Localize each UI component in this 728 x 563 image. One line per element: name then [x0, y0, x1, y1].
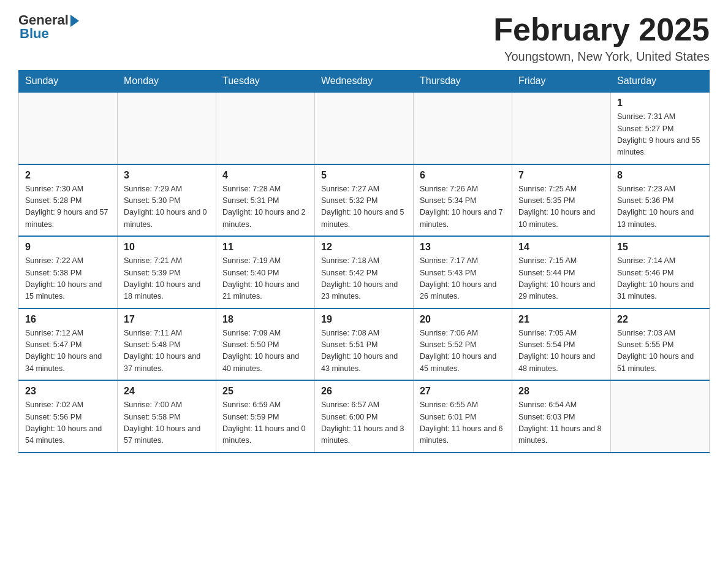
day-number: 27: [420, 386, 506, 397]
calendar-day-cell: [19, 92, 118, 164]
day-number: 26: [321, 386, 407, 397]
calendar-day-cell: [315, 92, 414, 164]
day-info: Sunrise: 6:54 AM Sunset: 6:03 PM Dayligh…: [518, 399, 604, 447]
day-info: Sunrise: 7:23 AM Sunset: 5:36 PM Dayligh…: [617, 183, 703, 231]
calendar-day-cell: 9Sunrise: 7:22 AM Sunset: 5:38 PM Daylig…: [19, 236, 118, 308]
day-of-week-header: Sunday: [19, 71, 118, 93]
day-info: Sunrise: 7:14 AM Sunset: 5:46 PM Dayligh…: [617, 255, 703, 303]
day-number: 16: [25, 314, 111, 325]
calendar-day-cell: 10Sunrise: 7:21 AM Sunset: 5:39 PM Dayli…: [118, 236, 216, 308]
month-title: February 2025: [493, 12, 710, 47]
day-of-week-header: Monday: [118, 71, 216, 93]
calendar-day-cell: 4Sunrise: 7:28 AM Sunset: 5:31 PM Daylig…: [216, 164, 315, 237]
day-number: 1: [617, 98, 703, 109]
day-number: 24: [124, 386, 210, 397]
day-info: Sunrise: 7:12 AM Sunset: 5:47 PM Dayligh…: [25, 327, 111, 375]
calendar-day-cell: 14Sunrise: 7:15 AM Sunset: 5:44 PM Dayli…: [512, 236, 611, 308]
day-info: Sunrise: 7:06 AM Sunset: 5:52 PM Dayligh…: [420, 327, 506, 375]
day-info: Sunrise: 7:03 AM Sunset: 5:55 PM Dayligh…: [617, 327, 703, 375]
day-number: 22: [617, 314, 703, 325]
calendar-day-cell: 12Sunrise: 7:18 AM Sunset: 5:42 PM Dayli…: [315, 236, 414, 308]
day-number: 18: [222, 314, 308, 325]
calendar-table: SundayMondayTuesdayWednesdayThursdayFrid…: [18, 70, 710, 453]
calendar-day-cell: 8Sunrise: 7:23 AM Sunset: 5:36 PM Daylig…: [611, 164, 710, 237]
day-of-week-header: Thursday: [414, 71, 512, 93]
day-number: 12: [321, 242, 407, 253]
calendar-day-cell: [611, 380, 710, 453]
day-info: Sunrise: 7:31 AM Sunset: 5:27 PM Dayligh…: [617, 111, 703, 159]
page-header: General Blue February 2025 Youngstown, N…: [18, 12, 710, 64]
logo: General Blue: [18, 12, 79, 42]
day-info: Sunrise: 7:08 AM Sunset: 5:51 PM Dayligh…: [321, 327, 407, 375]
calendar-day-cell: 19Sunrise: 7:08 AM Sunset: 5:51 PM Dayli…: [315, 308, 414, 381]
day-number: 23: [25, 386, 111, 397]
day-number: 2: [25, 170, 111, 181]
calendar-day-cell: 26Sunrise: 6:57 AM Sunset: 6:00 PM Dayli…: [315, 380, 414, 453]
day-info: Sunrise: 7:29 AM Sunset: 5:30 PM Dayligh…: [124, 183, 210, 231]
day-info: Sunrise: 6:57 AM Sunset: 6:00 PM Dayligh…: [321, 399, 407, 447]
day-number: 10: [124, 242, 210, 253]
calendar-day-cell: 27Sunrise: 6:55 AM Sunset: 6:01 PM Dayli…: [414, 380, 512, 453]
calendar-day-cell: 11Sunrise: 7:19 AM Sunset: 5:40 PM Dayli…: [216, 236, 315, 308]
day-info: Sunrise: 7:15 AM Sunset: 5:44 PM Dayligh…: [518, 255, 604, 303]
calendar-day-cell: 22Sunrise: 7:03 AM Sunset: 5:55 PM Dayli…: [611, 308, 710, 381]
title-block: February 2025 Youngstown, New York, Unit…: [493, 12, 710, 64]
day-number: 7: [518, 170, 604, 181]
calendar-day-cell: 17Sunrise: 7:11 AM Sunset: 5:48 PM Dayli…: [118, 308, 216, 381]
calendar-day-cell: 23Sunrise: 7:02 AM Sunset: 5:56 PM Dayli…: [19, 380, 118, 453]
logo-blue-text: Blue: [20, 26, 49, 42]
day-info: Sunrise: 6:55 AM Sunset: 6:01 PM Dayligh…: [420, 399, 506, 447]
day-number: 5: [321, 170, 407, 181]
calendar-day-cell: 3Sunrise: 7:29 AM Sunset: 5:30 PM Daylig…: [118, 164, 216, 237]
day-number: 20: [420, 314, 506, 325]
day-info: Sunrise: 7:25 AM Sunset: 5:35 PM Dayligh…: [518, 183, 604, 231]
calendar-day-cell: 20Sunrise: 7:06 AM Sunset: 5:52 PM Dayli…: [414, 308, 512, 381]
day-info: Sunrise: 7:00 AM Sunset: 5:58 PM Dayligh…: [124, 399, 210, 447]
location-subtitle: Youngstown, New York, United States: [493, 50, 710, 64]
day-info: Sunrise: 7:17 AM Sunset: 5:43 PM Dayligh…: [420, 255, 506, 303]
calendar-day-cell: 2Sunrise: 7:30 AM Sunset: 5:28 PM Daylig…: [19, 164, 118, 237]
calendar-week-row: 2Sunrise: 7:30 AM Sunset: 5:28 PM Daylig…: [19, 164, 710, 237]
day-number: 9: [25, 242, 111, 253]
day-info: Sunrise: 7:09 AM Sunset: 5:50 PM Dayligh…: [222, 327, 308, 375]
day-info: Sunrise: 7:28 AM Sunset: 5:31 PM Dayligh…: [222, 183, 308, 231]
day-number: 13: [420, 242, 506, 253]
calendar-header-row: SundayMondayTuesdayWednesdayThursdayFrid…: [19, 71, 710, 93]
day-number: 21: [518, 314, 604, 325]
day-info: Sunrise: 7:30 AM Sunset: 5:28 PM Dayligh…: [25, 183, 111, 231]
calendar-day-cell: 18Sunrise: 7:09 AM Sunset: 5:50 PM Dayli…: [216, 308, 315, 381]
day-number: 15: [617, 242, 703, 253]
calendar-day-cell: 16Sunrise: 7:12 AM Sunset: 5:47 PM Dayli…: [19, 308, 118, 381]
day-number: 3: [124, 170, 210, 181]
day-number: 11: [222, 242, 308, 253]
calendar-day-cell: 7Sunrise: 7:25 AM Sunset: 5:35 PM Daylig…: [512, 164, 611, 237]
calendar-week-row: 9Sunrise: 7:22 AM Sunset: 5:38 PM Daylig…: [19, 236, 710, 308]
day-info: Sunrise: 7:27 AM Sunset: 5:32 PM Dayligh…: [321, 183, 407, 231]
calendar-day-cell: 1Sunrise: 7:31 AM Sunset: 5:27 PM Daylig…: [611, 92, 710, 164]
day-number: 6: [420, 170, 506, 181]
day-info: Sunrise: 7:02 AM Sunset: 5:56 PM Dayligh…: [25, 399, 111, 447]
day-info: Sunrise: 7:26 AM Sunset: 5:34 PM Dayligh…: [420, 183, 506, 231]
calendar-day-cell: 25Sunrise: 6:59 AM Sunset: 5:59 PM Dayli…: [216, 380, 315, 453]
day-number: 25: [222, 386, 308, 397]
calendar-day-cell: 6Sunrise: 7:26 AM Sunset: 5:34 PM Daylig…: [414, 164, 512, 237]
day-of-week-header: Saturday: [611, 71, 710, 93]
calendar-day-cell: [414, 92, 512, 164]
day-number: 17: [124, 314, 210, 325]
calendar-day-cell: 21Sunrise: 7:05 AM Sunset: 5:54 PM Dayli…: [512, 308, 611, 381]
calendar-day-cell: 28Sunrise: 6:54 AM Sunset: 6:03 PM Dayli…: [512, 380, 611, 453]
day-info: Sunrise: 7:21 AM Sunset: 5:39 PM Dayligh…: [124, 255, 210, 303]
calendar-day-cell: [118, 92, 216, 164]
day-info: Sunrise: 6:59 AM Sunset: 5:59 PM Dayligh…: [222, 399, 308, 447]
day-info: Sunrise: 7:18 AM Sunset: 5:42 PM Dayligh…: [321, 255, 407, 303]
day-number: 19: [321, 314, 407, 325]
calendar-day-cell: 15Sunrise: 7:14 AM Sunset: 5:46 PM Dayli…: [611, 236, 710, 308]
day-info: Sunrise: 7:22 AM Sunset: 5:38 PM Dayligh…: [25, 255, 111, 303]
day-number: 8: [617, 170, 703, 181]
day-info: Sunrise: 7:05 AM Sunset: 5:54 PM Dayligh…: [518, 327, 604, 375]
calendar-week-row: 23Sunrise: 7:02 AM Sunset: 5:56 PM Dayli…: [19, 380, 710, 453]
calendar-day-cell: [512, 92, 611, 164]
calendar-week-row: 16Sunrise: 7:12 AM Sunset: 5:47 PM Dayli…: [19, 308, 710, 381]
calendar-day-cell: 5Sunrise: 7:27 AM Sunset: 5:32 PM Daylig…: [315, 164, 414, 237]
day-info: Sunrise: 7:11 AM Sunset: 5:48 PM Dayligh…: [124, 327, 210, 375]
